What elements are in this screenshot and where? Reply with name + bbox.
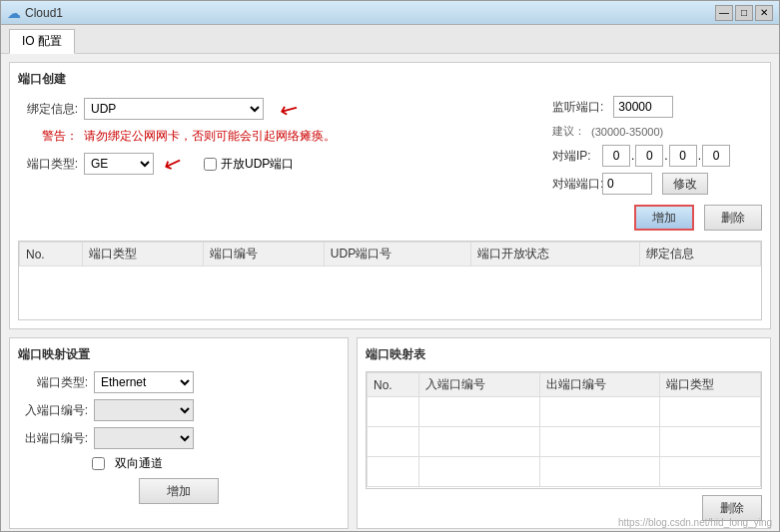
- udp-checkbox-row: 开放UDP端口: [204, 156, 294, 173]
- add-port-button[interactable]: 增加: [634, 205, 694, 231]
- mapping-col-no: No.: [368, 373, 419, 397]
- creation-right-form: 监听端口: 建议： (30000-35000) 对端IP:: [552, 96, 762, 237]
- titlebar-controls: — □ ✕: [715, 5, 773, 21]
- close-button[interactable]: ✕: [755, 5, 773, 21]
- listen-port-label: 监听端口:: [552, 99, 603, 116]
- port-mapping-settings-section: 端口映射设置 端口类型: Ethernet GE Serial 入端口编号:: [9, 337, 349, 529]
- add-delete-row: 增加 删除: [552, 205, 762, 231]
- port-mapping-table: No. 入端口编号 出端口编号 端口类型: [367, 372, 761, 487]
- modify-button[interactable]: 修改: [662, 173, 708, 195]
- col-port-type: 端口类型: [82, 243, 203, 266]
- out-port-row: 出端口编号:: [18, 427, 340, 449]
- bidirectional-row: 双向通道: [92, 455, 340, 472]
- target-ip-label: 对端IP:: [552, 148, 596, 165]
- target-port-input[interactable]: [602, 173, 652, 195]
- titlebar-left: ☁ Cloud1: [7, 5, 63, 21]
- creation-left-form: 绑定信息: UDP TCP ↙ 警告： 请勿绑定公网网卡，否则可能会引起网络瘫痪…: [18, 96, 544, 237]
- arrow-annotation-1: ↙: [275, 93, 304, 125]
- port-mapping-table-container: No. 入端口编号 出端口编号 端口类型: [366, 371, 762, 489]
- mapping-port-type-label: 端口类型:: [18, 374, 88, 391]
- bidirectional-checkbox[interactable]: [92, 457, 105, 470]
- ip-box-4[interactable]: [702, 145, 730, 167]
- mapping-col-type: 端口类型: [660, 373, 761, 397]
- mapping-col-in: 入端口编号: [419, 373, 540, 397]
- in-port-label: 入端口编号:: [18, 402, 88, 419]
- ip-inputs: . . .: [602, 145, 730, 167]
- in-port-row: 入端口编号:: [18, 399, 340, 421]
- port-mapping-settings-title: 端口映射设置: [18, 346, 340, 363]
- window: ☁ Cloud1 — □ ✕ IO 配置 端口创建 绑定信息: UDP: [0, 0, 780, 532]
- window-title: Cloud1: [25, 6, 63, 20]
- maximize-button[interactable]: □: [735, 5, 753, 21]
- col-port-status: 端口开放状态: [471, 243, 640, 266]
- suggest-range: (30000-35000): [591, 126, 663, 138]
- table-row: [368, 397, 761, 427]
- tab-io-config[interactable]: IO 配置: [9, 29, 75, 54]
- mapping-port-type-select[interactable]: Ethernet GE Serial: [94, 371, 194, 393]
- udp-checkbox-label: 开放UDP端口: [221, 156, 294, 173]
- port-type-select[interactable]: GE: [84, 153, 154, 175]
- port-creation-table: No. 端口类型 端口编号 UDP端口号 端口开放状态 绑定信息: [19, 242, 761, 266]
- titlebar: ☁ Cloud1 — □ ✕: [1, 1, 779, 25]
- port-creation-title: 端口创建: [18, 71, 762, 88]
- suggest-label: 建议：: [552, 124, 585, 139]
- mapping-add-button[interactable]: 增加: [139, 478, 219, 504]
- warning-label: 警告：: [18, 128, 78, 145]
- main-content: 端口创建 绑定信息: UDP TCP ↙: [1, 54, 779, 531]
- target-ip-row: 对端IP: . . .: [552, 145, 730, 167]
- col-no: No.: [20, 243, 83, 266]
- watermark: https://blog.csdn.net/hid_long_ying: [618, 517, 772, 528]
- tab-bar: IO 配置: [1, 25, 779, 54]
- ip-box-2[interactable]: [635, 145, 663, 167]
- mapping-add-row: 增加: [18, 478, 340, 504]
- listen-port-row: 监听端口:: [552, 96, 762, 118]
- col-port-num: 端口编号: [203, 243, 324, 266]
- out-port-select[interactable]: [94, 427, 194, 449]
- suggest-row: 建议： (30000-35000): [552, 124, 762, 139]
- bind-info-label: 绑定信息:: [18, 101, 78, 118]
- ip-box-3[interactable]: [669, 145, 697, 167]
- target-ip-section: 对端IP: . . .: [552, 145, 730, 201]
- in-port-select[interactable]: [94, 399, 194, 421]
- mapping-col-out: 出端口编号: [539, 373, 660, 397]
- table-row: [368, 427, 761, 457]
- port-type-row: 端口类型: GE ↙ 开放UDP端口: [18, 151, 544, 177]
- warning-row: 警告： 请勿绑定公网网卡，否则可能会引起网络瘫痪。: [18, 128, 544, 145]
- port-creation-table-container: No. 端口类型 端口编号 UDP端口号 端口开放状态 绑定信息: [18, 241, 762, 320]
- target-panel: 对端IP: . . .: [552, 145, 762, 201]
- bind-info-row: 绑定信息: UDP TCP ↙: [18, 96, 544, 122]
- port-mapping-table-title: 端口映射表: [366, 346, 762, 363]
- port-mapping-table-section: 端口映射表 No. 入端口编号 出端口编号 端口类型: [357, 337, 771, 529]
- port-type-label: 端口类型:: [18, 156, 78, 173]
- listen-port-input[interactable]: [613, 96, 673, 118]
- table-row: [368, 457, 761, 487]
- port-creation-section: 端口创建 绑定信息: UDP TCP ↙: [9, 62, 771, 329]
- mapping-table-header-row: No. 入端口编号 出端口编号 端口类型: [368, 373, 761, 397]
- table-header-row: No. 端口类型 端口编号 UDP端口号 端口开放状态 绑定信息: [20, 243, 761, 266]
- udp-open-checkbox[interactable]: [204, 158, 217, 171]
- warning-text: 请勿绑定公网网卡，否则可能会引起网络瘫痪。: [84, 128, 336, 145]
- creation-layout: 绑定信息: UDP TCP ↙ 警告： 请勿绑定公网网卡，否则可能会引起网络瘫痪…: [18, 96, 762, 237]
- bidirectional-label: 双向通道: [115, 455, 163, 472]
- target-port-label: 对端端口:: [552, 176, 596, 193]
- ip-box-1[interactable]: [602, 145, 630, 167]
- target-port-row: 对端端口: 修改: [552, 173, 730, 195]
- arrow-annotation-2: ↙: [160, 149, 186, 180]
- mapping-port-type-row: 端口类型: Ethernet GE Serial: [18, 371, 340, 393]
- window-icon: ☁: [7, 5, 21, 21]
- bottom-sections: 端口映射设置 端口类型: Ethernet GE Serial 入端口编号:: [9, 337, 771, 529]
- col-bind-info: 绑定信息: [639, 243, 760, 266]
- col-udp-port: UDP端口号: [324, 243, 470, 266]
- out-port-label: 出端口编号:: [18, 430, 88, 447]
- port-mapping-tbody: [368, 397, 761, 487]
- minimize-button[interactable]: —: [715, 5, 733, 21]
- bind-info-select[interactable]: UDP TCP: [84, 98, 264, 120]
- delete-port-button[interactable]: 删除: [704, 205, 762, 231]
